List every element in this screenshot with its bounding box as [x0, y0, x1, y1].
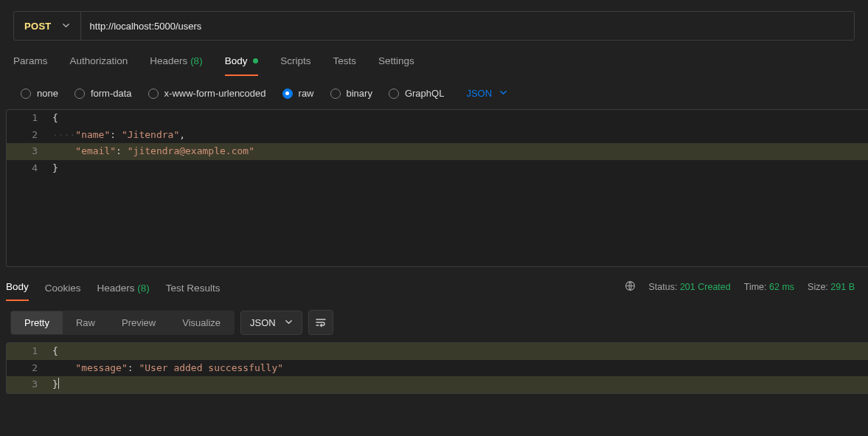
seg-raw[interactable]: Raw	[63, 311, 108, 334]
resp-tab-cookies[interactable]: Cookies	[45, 283, 81, 301]
code-line: ····"name": "Jitendra",	[51, 127, 185, 144]
size: Size: 291 B	[808, 282, 855, 292]
body-format-dropdown[interactable]: JSON	[466, 88, 507, 99]
response-format-dropdown[interactable]: JSON	[240, 311, 302, 335]
text-cursor	[58, 378, 59, 389]
resp-tab-body[interactable]: Body	[6, 281, 29, 301]
seg-visualize[interactable]: Visualize	[169, 311, 234, 334]
radio-form-data-label: form-data	[91, 88, 132, 99]
response-body-viewer[interactable]: 1 { 2 "message": "User added successfull…	[6, 342, 868, 394]
tab-headers[interactable]: Headers (8)	[150, 55, 202, 76]
tab-headers-label: Headers	[150, 55, 187, 66]
tab-body[interactable]: Body	[225, 55, 259, 76]
seg-pretty[interactable]: Pretty	[11, 311, 63, 334]
code-line: {	[51, 343, 58, 360]
lineno: 2	[7, 360, 51, 377]
headers-count: (8)	[190, 55, 203, 66]
radio-urlencoded-label: x-www-form-urlencoded	[164, 88, 266, 99]
url-input[interactable]: http://localhost:5000/users	[81, 12, 854, 40]
radio-binary[interactable]: binary	[330, 88, 372, 99]
request-body-editor[interactable]: 1 { 2 ····"name": "Jitendra", 3 "email":…	[6, 109, 868, 267]
resp-tab-headers[interactable]: Headers (8)	[97, 283, 150, 301]
lineno: 1	[7, 343, 51, 360]
lineno: 1	[7, 110, 51, 127]
response-view-mode: Pretty Raw Preview Visualize	[10, 311, 235, 335]
response-toolbar: Pretty Raw Preview Visualize JSON	[0, 301, 868, 342]
code-line: "email": "jitendra@example.com"	[51, 143, 254, 160]
body-type-row: none form-data x-www-form-urlencoded raw…	[0, 76, 868, 109]
lineno: 3	[7, 143, 51, 160]
code-line: }	[51, 160, 58, 177]
request-tabs: Params Authorization Headers (8) Body Sc…	[0, 41, 868, 76]
tab-settings[interactable]: Settings	[378, 55, 414, 76]
lineno: 4	[7, 160, 51, 177]
resp-tab-headers-label: Headers	[97, 283, 135, 294]
response-format-label: JSON	[250, 317, 276, 328]
code-line: "message": "User added successfully"	[51, 360, 283, 377]
http-method-label: POST	[24, 21, 52, 32]
globe-icon[interactable]	[625, 280, 636, 294]
resp-tab-test-results[interactable]: Test Results	[166, 283, 221, 301]
chevron-down-icon	[499, 88, 507, 99]
radio-urlencoded[interactable]: x-www-form-urlencoded	[148, 88, 266, 99]
tab-tests[interactable]: Tests	[333, 55, 356, 76]
url-text: http://localhost:5000/users	[90, 21, 202, 32]
radio-raw[interactable]: raw	[282, 88, 314, 99]
response-tabs: Body Cookies Headers (8) Test Results	[6, 273, 220, 301]
radio-form-data[interactable]: form-data	[74, 88, 132, 99]
radio-raw-label: raw	[299, 88, 314, 99]
chevron-down-icon	[62, 21, 70, 32]
status: Status: 201 Created	[649, 282, 731, 292]
body-format-label: JSON	[466, 88, 492, 99]
body-indicator-icon	[253, 58, 258, 63]
tab-params[interactable]: Params	[13, 55, 48, 76]
tab-scripts[interactable]: Scripts	[280, 55, 310, 76]
response-header: Body Cookies Headers (8) Test Results St…	[0, 273, 868, 301]
radio-binary-label: binary	[347, 88, 372, 99]
lineno: 3	[7, 376, 51, 393]
lineno: 2	[7, 127, 51, 144]
code-line: {	[51, 110, 58, 127]
tab-authorization[interactable]: Authorization	[70, 55, 128, 76]
http-method-dropdown[interactable]: POST	[14, 12, 81, 40]
seg-preview[interactable]: Preview	[108, 311, 169, 334]
radio-graphql-label: GraphQL	[405, 88, 444, 99]
tab-body-label: Body	[225, 55, 248, 66]
resp-headers-count: (8)	[137, 283, 150, 294]
chevron-down-icon	[285, 317, 293, 328]
radio-graphql[interactable]: GraphQL	[389, 88, 444, 99]
radio-none-label: none	[37, 88, 58, 99]
request-bar: POST http://localhost:5000/users	[13, 11, 855, 41]
wrap-lines-button[interactable]	[308, 310, 333, 335]
radio-none[interactable]: none	[21, 88, 58, 99]
code-line: }	[51, 376, 59, 393]
response-meta: Status: 201 Created Time: 62 ms Size: 29…	[625, 280, 855, 294]
time: Time: 62 ms	[744, 282, 794, 292]
